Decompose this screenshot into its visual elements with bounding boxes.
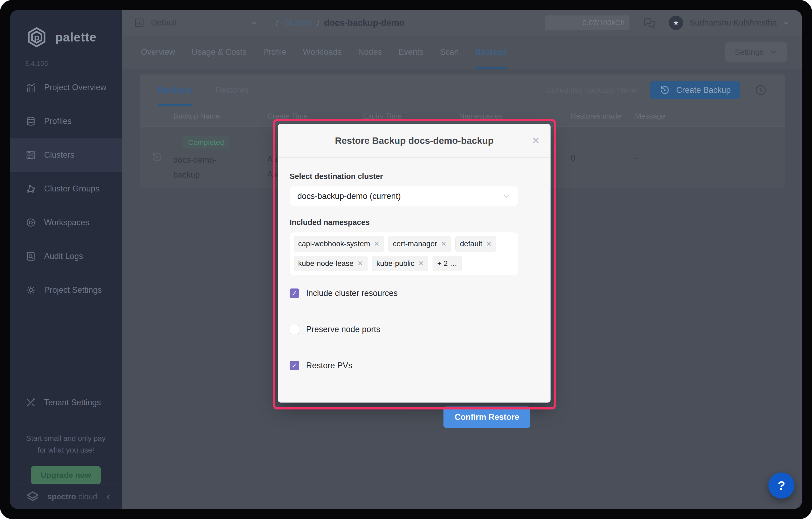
restore-backup-icon[interactable] <box>151 151 163 163</box>
backup-name-cell: Completed docs-demo- backup <box>173 136 230 183</box>
modal-title: Restore Backup docs-demo-backup <box>335 135 493 146</box>
sidebar-item-tenant-settings[interactable]: Tenant Settings <box>10 385 122 419</box>
svg-text:p: p <box>34 32 39 42</box>
confirm-restore-button[interactable]: Confirm Restore <box>443 407 530 428</box>
tab-scan[interactable]: Scan <box>440 36 459 69</box>
sidebar-item-project-overview[interactable]: Project Overview <box>10 71 122 104</box>
cancel-button[interactable]: Cancel <box>403 412 428 422</box>
chevron-down-icon <box>250 19 258 27</box>
sidebar-item-label: Workspaces <box>44 218 89 227</box>
chevron-down-icon <box>770 48 778 56</box>
help-button[interactable]: ? <box>768 472 794 498</box>
sidebar-item-label: Audit Logs <box>44 251 83 261</box>
upgrade-now-button[interactable]: Upgrade now <box>31 466 101 484</box>
backup-subtabs: BackupsRestores <box>158 75 249 106</box>
restores-made-cell: 0 <box>571 153 575 163</box>
modal-header: Restore Backup docs-demo-backup ✕ <box>278 124 551 158</box>
server-icon <box>25 149 37 161</box>
remove-tag-icon[interactable]: ✕ <box>441 240 447 248</box>
tab-backups[interactable]: Backups <box>475 36 507 69</box>
remove-tag-icon[interactable]: ✕ <box>486 240 492 248</box>
scheduled-backups-text: Scheduled backups: Never <box>546 86 638 94</box>
sidebar-item-clusters[interactable]: Clusters <box>10 138 122 172</box>
namespace-tag-label: default <box>460 240 482 248</box>
namespace-tag-kube-node-lease: kube-node-lease✕ <box>294 256 368 271</box>
tab-usage-costs[interactable]: Usage & Costs <box>192 36 246 69</box>
sidebar-item-profiles[interactable]: Profiles <box>10 104 122 138</box>
remove-tag-icon[interactable]: ✕ <box>418 260 424 268</box>
chevron-down-icon[interactable] <box>782 19 790 27</box>
avatar[interactable]: ★ <box>669 16 683 30</box>
topbar-right: 0.07/100kCh ★ Sudhanshu Kulshrestha <box>545 16 790 30</box>
backup-name[interactable]: docs-demo- backup <box>173 153 230 183</box>
backups-panel-actions: Scheduled backups: Never Create Backup <box>546 81 767 99</box>
project-selector[interactable]: Default <box>134 17 258 29</box>
included-namespaces-box[interactable]: capi-webhook-system✕cert-manager✕default… <box>290 232 518 275</box>
breadcrumb-separator: / <box>276 18 278 28</box>
settings-button[interactable]: Settings <box>725 42 787 62</box>
checkbox-include-cluster-resources[interactable]: ✓ <box>290 289 299 298</box>
chevron-down-icon <box>502 192 511 200</box>
spectro-cloud-label: spectro cloud <box>47 492 97 501</box>
status-badge: Completed <box>182 136 230 149</box>
close-icon[interactable]: ✕ <box>532 135 540 146</box>
spectro-cloud-logo-icon <box>25 489 40 504</box>
layers-icon <box>25 115 37 127</box>
namespace-tag-cert-manager: cert-manager✕ <box>388 236 451 251</box>
modal-body: Select destination cluster docs-backup-d… <box>278 158 551 397</box>
tabs: OverviewUsage & CostsProfileWorkloadsNod… <box>141 36 507 69</box>
subtab-restores[interactable]: Restores <box>215 75 249 106</box>
namespace-tag-kube-public: kube-public✕ <box>372 256 428 271</box>
namespace-tag-capi-webhook-system: capi-webhook-system✕ <box>294 236 384 251</box>
column-header-namespaces: Namespaces <box>459 112 502 120</box>
checkbox-restore-pvs[interactable]: ✓ <box>290 361 299 371</box>
tab-events[interactable]: Events <box>398 36 424 69</box>
bar-chart-icon <box>25 82 37 93</box>
tab-profile[interactable]: Profile <box>263 36 286 69</box>
sidebar-collapse-icon[interactable]: ‹ <box>107 491 110 502</box>
column-header-expiry-time: Expiry Time <box>363 112 402 120</box>
gear-icon <box>25 284 37 296</box>
brand: p palette <box>10 10 122 49</box>
message-cell: - <box>635 153 638 163</box>
brand-name: palette <box>55 30 96 45</box>
tab-workloads[interactable]: Workloads <box>303 36 342 69</box>
subtab-backups[interactable]: Backups <box>158 75 192 106</box>
sidebar-item-cluster-groups[interactable]: Cluster Groups <box>10 172 122 206</box>
footer-brand-strong: spectro <box>47 492 76 501</box>
backup-name-line1: docs-demo- <box>173 153 230 167</box>
tab-overview[interactable]: Overview <box>141 36 175 69</box>
remove-tag-icon[interactable]: ✕ <box>374 240 380 248</box>
breadcrumb-clusters-link[interactable]: Clusters <box>283 18 312 27</box>
create-backup-button[interactable]: Create Backup <box>650 81 740 99</box>
breadcrumb-current: docs-backup-demo <box>324 18 405 28</box>
destination-cluster-select[interactable]: docs-backup-demo (current) <box>290 186 518 206</box>
checkbox-label: Include cluster resources <box>306 289 398 298</box>
settings-button-label: Settings <box>735 48 764 57</box>
sidebar-item-audit-logs[interactable]: Audit Logs <box>10 239 122 273</box>
namespace-tag-label: capi-webhook-system <box>298 240 370 248</box>
checkbox-row-include-cluster-resources: ✓Include cluster resources <box>290 289 539 298</box>
create-backup-label: Create Backup <box>676 85 731 95</box>
checkbox-label: Preserve node ports <box>306 325 380 334</box>
column-header-restores-made: Restores made <box>571 112 621 120</box>
column-header-backup-name: Backup Name <box>173 112 220 120</box>
destination-cluster-value: docs-backup-demo (current) <box>297 191 401 201</box>
clock-icon[interactable] <box>754 83 767 97</box>
user-name[interactable]: Sudhanshu Kulshrestha <box>690 18 777 28</box>
remove-tag-icon[interactable]: ✕ <box>357 260 363 268</box>
chat-icon[interactable] <box>642 16 657 30</box>
tab-nodes[interactable]: Nodes <box>358 36 382 69</box>
sidebar-item-workspaces[interactable]: Workspaces <box>10 206 122 239</box>
checkbox-row-restore-pvs: ✓Restore PVs <box>290 361 539 371</box>
checkbox-preserve-node-ports[interactable] <box>290 325 299 334</box>
cluster-tabbar: OverviewUsage & CostsProfileWorkloadsNod… <box>122 36 802 69</box>
sidebar-item-label: Project Settings <box>44 285 102 295</box>
upgrade-promo-text: Start small and only pay for what you us… <box>10 433 122 456</box>
sidebar-item-project-settings[interactable]: Project Settings <box>10 273 122 307</box>
modal-footer: Cancel Confirm Restore <box>278 397 551 437</box>
promo-line-2: for what you use! <box>10 444 122 456</box>
sidebar-item-label: Clusters <box>44 150 75 160</box>
namespace-more-tag[interactable]: + 2 … <box>433 256 462 271</box>
project-chart-icon <box>134 17 145 29</box>
